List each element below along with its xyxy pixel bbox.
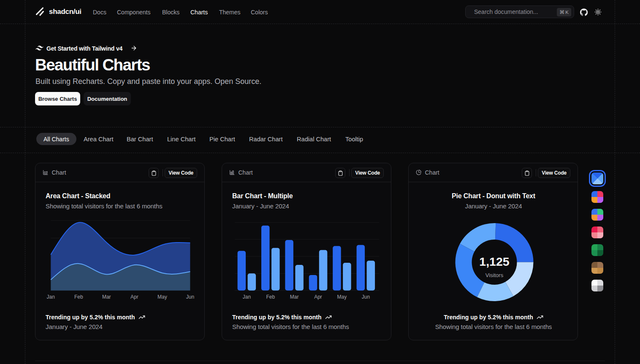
svg-text:Feb: Feb: [74, 294, 83, 300]
svg-text:Mar: Mar: [290, 294, 299, 300]
svg-text:Visitors: Visitors: [485, 272, 504, 278]
svg-text:Jan: Jan: [47, 294, 55, 300]
svg-text:Jun: Jun: [186, 294, 194, 300]
svg-text:Jan: Jan: [243, 294, 251, 300]
svg-text:Feb: Feb: [266, 294, 275, 300]
svg-text:Apr: Apr: [130, 294, 138, 300]
svg-text:1,125: 1,125: [479, 255, 509, 268]
svg-text:May: May: [157, 294, 167, 300]
svg-text:Apr: Apr: [314, 294, 322, 300]
svg-text:Mar: Mar: [102, 294, 111, 300]
svg-text:Jun: Jun: [362, 294, 370, 300]
svg-text:May: May: [337, 294, 347, 300]
